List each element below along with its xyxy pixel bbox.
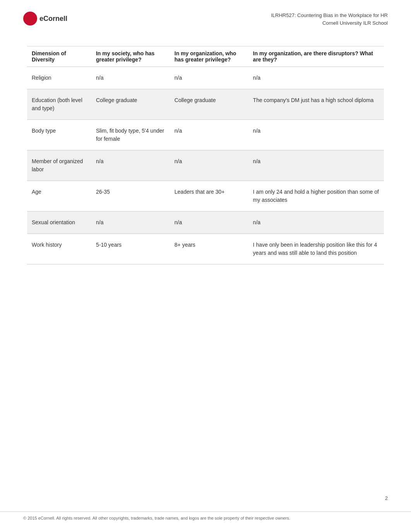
table-row: Religionn/an/an/a bbox=[27, 67, 384, 89]
cell-dimension: Body type bbox=[27, 120, 91, 150]
cell-organization: n/a bbox=[170, 211, 248, 234]
cell-disruptors: I am only 24 and hold a higher position … bbox=[248, 181, 384, 211]
table-row: Work history5-10 years8+ yearsI have onl… bbox=[27, 234, 384, 264]
footer: © 2015 eCornell. All rights reserved. Al… bbox=[0, 512, 411, 524]
table-header-row: Dimension of Diversity In my society, wh… bbox=[27, 46, 384, 67]
cell-society: Slim, fit body type, 5'4 under for femal… bbox=[91, 120, 170, 150]
cell-dimension: Sexual orientation bbox=[27, 211, 91, 234]
cell-organization: n/a bbox=[170, 120, 248, 150]
footer-text: © 2015 eCornell. All rights reserved. Al… bbox=[23, 516, 290, 520]
course-code: ILRHR527: Countering Bias in the Workpla… bbox=[271, 12, 388, 19]
cell-dimension: Education (both level and type) bbox=[27, 89, 91, 120]
table-row: Member of organized laborn/an/an/a bbox=[27, 150, 384, 181]
cell-dimension: Work history bbox=[27, 234, 91, 264]
table-row: Age26-35Leaders that are 30+I am only 24… bbox=[27, 181, 384, 211]
cell-disruptors: n/a bbox=[248, 120, 384, 150]
cell-society: n/a bbox=[91, 67, 170, 89]
cell-organization: n/a bbox=[170, 67, 248, 89]
table-row: Education (both level and type)College g… bbox=[27, 89, 384, 120]
logo-circle-icon bbox=[23, 12, 37, 26]
col-header-society: In my society, who has greater privilege… bbox=[91, 46, 170, 67]
logo: eCornell bbox=[23, 12, 85, 26]
cell-society: 5-10 years bbox=[91, 234, 170, 264]
page-container: eCornell ILRHR527: Countering Bias in th… bbox=[0, 0, 411, 532]
cell-disruptors: n/a bbox=[248, 211, 384, 234]
cell-society: College graduate bbox=[91, 89, 170, 120]
logo-text: eCornell bbox=[39, 15, 67, 23]
table-row: Sexual orientationn/an/an/a bbox=[27, 211, 384, 234]
cell-disruptors: I have only been in leadership position … bbox=[248, 234, 384, 264]
cell-society: 26-35 bbox=[91, 181, 170, 211]
cell-disruptors: n/a bbox=[248, 150, 384, 181]
logo-area: eCornell bbox=[23, 12, 85, 26]
cell-dimension: Member of organized labor bbox=[27, 150, 91, 181]
diversity-table: Dimension of Diversity In my society, wh… bbox=[27, 46, 384, 264]
cell-organization: College graduate bbox=[170, 89, 248, 120]
col-header-organization: In my organization, who has greater priv… bbox=[170, 46, 248, 67]
cell-disruptors: The company's DM just has a high school … bbox=[248, 89, 384, 120]
col-header-disruptors: In my organization, are there disruptors… bbox=[248, 46, 384, 67]
table-row: Body typeSlim, fit body type, 5'4 under … bbox=[27, 120, 384, 150]
cell-society: n/a bbox=[91, 211, 170, 234]
page-number: 2 bbox=[385, 495, 388, 501]
cell-organization: 8+ years bbox=[170, 234, 248, 264]
main-content: Dimension of Diversity In my society, wh… bbox=[23, 46, 388, 264]
cell-organization: n/a bbox=[170, 150, 248, 181]
cell-society: n/a bbox=[91, 150, 170, 181]
col-header-dimension: Dimension of Diversity bbox=[27, 46, 91, 67]
institution: Cornell University ILR School bbox=[271, 19, 388, 27]
cell-disruptors: n/a bbox=[248, 67, 384, 89]
cell-dimension: Age bbox=[27, 181, 91, 211]
cell-dimension: Religion bbox=[27, 67, 91, 89]
cell-organization: Leaders that are 30+ bbox=[170, 181, 248, 211]
header: eCornell ILRHR527: Countering Bias in th… bbox=[23, 12, 388, 31]
header-title: ILRHR527: Countering Bias in the Workpla… bbox=[271, 12, 388, 27]
